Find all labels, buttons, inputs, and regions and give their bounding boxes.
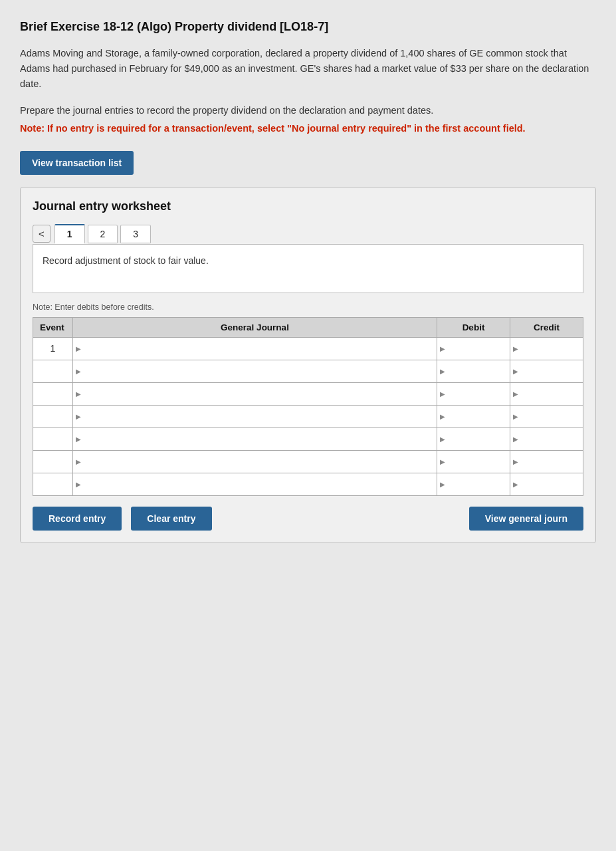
event-cell-2 xyxy=(33,360,73,382)
debit-credit-note: Note: Enter debits before credits. xyxy=(33,303,583,312)
credit-input-1[interactable] xyxy=(510,338,583,360)
credit-cell-5[interactable] xyxy=(510,427,583,450)
event-cell-5 xyxy=(33,427,73,450)
debit-input-6[interactable] xyxy=(437,451,510,473)
col-header-event: Event xyxy=(33,317,73,337)
tab-2[interactable]: 2 xyxy=(88,225,118,243)
credit-input-5[interactable] xyxy=(510,428,583,450)
tab-content: Record adjustment of stock to fair value… xyxy=(33,244,583,293)
general-journal-input-3[interactable] xyxy=(73,383,437,405)
journal-table: Event General Journal Debit Credit 1 xyxy=(33,317,583,496)
credit-input-6[interactable] xyxy=(510,451,583,473)
record-entry-button[interactable]: Record entry xyxy=(33,507,122,531)
debit-input-3[interactable] xyxy=(437,383,510,405)
clear-entry-button[interactable]: Clear entry xyxy=(131,507,211,531)
debit-cell-4[interactable] xyxy=(437,405,510,427)
credit-input-3[interactable] xyxy=(510,383,583,405)
debit-input-4[interactable] xyxy=(437,406,510,427)
event-cell-6 xyxy=(33,450,73,473)
debit-cell-2[interactable] xyxy=(437,360,510,382)
debit-cell-5[interactable] xyxy=(437,427,510,450)
col-header-credit: Credit xyxy=(510,317,583,337)
table-row xyxy=(33,405,583,427)
tab-prev-button[interactable]: < xyxy=(33,225,51,243)
table-row xyxy=(33,450,583,473)
general-journal-cell-2[interactable] xyxy=(73,360,437,382)
general-journal-cell-1[interactable] xyxy=(73,337,437,360)
debit-cell-1[interactable] xyxy=(437,337,510,360)
view-general-journal-button[interactable]: View general journ xyxy=(469,507,583,531)
general-journal-cell-6[interactable] xyxy=(73,450,437,473)
general-journal-cell-5[interactable] xyxy=(73,427,437,450)
general-journal-cell-3[interactable] xyxy=(73,382,437,405)
page-title: Brief Exercise 18-12 (Algo) Property div… xyxy=(20,20,596,34)
event-cell-7 xyxy=(33,473,73,495)
worksheet-title: Journal entry worksheet xyxy=(33,199,583,213)
table-row xyxy=(33,382,583,405)
tab-row: < 1 2 3 xyxy=(33,224,583,244)
credit-cell-7[interactable] xyxy=(510,473,583,495)
debit-input-5[interactable] xyxy=(437,428,510,450)
credit-cell-6[interactable] xyxy=(510,450,583,473)
button-row: Record entry Clear entry View general jo… xyxy=(33,507,583,531)
general-journal-cell-4[interactable] xyxy=(73,405,437,427)
debit-cell-7[interactable] xyxy=(437,473,510,495)
event-cell-3 xyxy=(33,382,73,405)
col-header-general-journal: General Journal xyxy=(73,317,437,337)
credit-cell-4[interactable] xyxy=(510,405,583,427)
event-cell-1: 1 xyxy=(33,337,73,360)
tab-3[interactable]: 3 xyxy=(120,225,151,243)
table-row xyxy=(33,473,583,495)
debit-input-7[interactable] xyxy=(437,473,510,495)
note-red: Note: If no entry is required for a tran… xyxy=(20,121,596,136)
event-cell-4 xyxy=(33,405,73,427)
tab-1[interactable]: 1 xyxy=(54,224,85,244)
general-journal-input-5[interactable] xyxy=(73,428,437,450)
credit-cell-2[interactable] xyxy=(510,360,583,382)
credit-input-2[interactable] xyxy=(510,360,583,382)
debit-cell-6[interactable] xyxy=(437,450,510,473)
table-row: 1 xyxy=(33,337,583,360)
credit-input-7[interactable] xyxy=(510,473,583,495)
credit-input-4[interactable] xyxy=(510,406,583,427)
problem-instruction: Prepare the journal entries to record th… xyxy=(20,103,596,118)
general-journal-input-6[interactable] xyxy=(73,451,437,473)
general-journal-cell-7[interactable] xyxy=(73,473,437,495)
table-row xyxy=(33,427,583,450)
credit-cell-3[interactable] xyxy=(510,382,583,405)
general-journal-input-1[interactable] xyxy=(73,338,437,360)
problem-description: Adams Moving and Storage, a family-owned… xyxy=(20,46,596,92)
general-journal-input-2[interactable] xyxy=(73,360,437,382)
record-instruction: Record adjustment of stock to fair value… xyxy=(43,255,573,266)
journal-worksheet: Journal entry worksheet < 1 2 3 Record a… xyxy=(20,187,596,543)
col-header-debit: Debit xyxy=(437,317,510,337)
debit-cell-3[interactable] xyxy=(437,382,510,405)
general-journal-input-7[interactable] xyxy=(73,473,437,495)
credit-cell-1[interactable] xyxy=(510,337,583,360)
debit-input-2[interactable] xyxy=(437,360,510,382)
view-transaction-button[interactable]: View transaction list xyxy=(20,151,134,175)
table-row xyxy=(33,360,583,382)
general-journal-input-4[interactable] xyxy=(73,406,437,427)
debit-input-1[interactable] xyxy=(437,338,510,360)
